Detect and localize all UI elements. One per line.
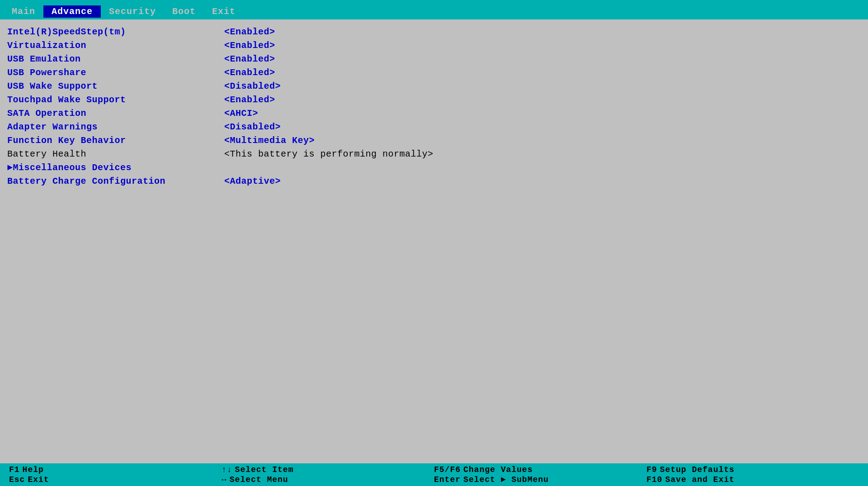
- setting-value: <This battery is performing normally>: [224, 149, 434, 159]
- footer-desc: Change Values: [463, 465, 533, 474]
- setting-row[interactable]: Battery Health<This battery is performin…: [7, 149, 861, 162]
- footer-key: ↑↓: [222, 465, 232, 474]
- footer-key: F1: [9, 465, 20, 474]
- setting-name: Adapter Warnings: [7, 122, 224, 132]
- setting-name: Function Key Behavior: [7, 135, 224, 146]
- footer-col-3: F5/F6Change ValuesEnterSelect ► SubMenu: [434, 465, 646, 484]
- setting-row[interactable]: Function Key Behavior<Multimedia Key>: [7, 135, 861, 148]
- footer-key: F10: [646, 475, 662, 484]
- footer-col-4: F9Setup DefaultsF10Save and Exit: [646, 465, 859, 484]
- footer: F1HelpEscExit↑↓Select Item↔Select MenuF5…: [0, 463, 868, 486]
- footer-row: F5/F6Change Values: [434, 465, 646, 474]
- setting-row[interactable]: Battery Charge Configuration<Adaptive>: [7, 176, 861, 189]
- setting-value: <Adaptive>: [224, 176, 281, 186]
- footer-key: F5/F6: [434, 465, 461, 474]
- footer-desc: Setup Defaults: [660, 465, 735, 474]
- setting-name: Touchpad Wake Support: [7, 95, 224, 105]
- setting-value: <Enabled>: [224, 95, 275, 105]
- menu-item-boot[interactable]: Boot: [164, 5, 204, 18]
- setting-value: <Disabled>: [224, 122, 281, 132]
- menu-item-security[interactable]: Security: [101, 5, 164, 18]
- footer-row: F1Help: [9, 465, 222, 474]
- footer-key: Esc: [9, 475, 25, 484]
- menu-item-main[interactable]: Main: [4, 5, 43, 18]
- setting-value: <Disabled>: [224, 81, 281, 91]
- menu-item-advance[interactable]: Advance: [43, 5, 101, 18]
- setting-value: <Multimedia Key>: [224, 135, 315, 146]
- menu-bar: MainAdvanceSecurityBootExit: [0, 4, 868, 19]
- menu-item-exit[interactable]: Exit: [204, 5, 244, 18]
- footer-col-1: F1HelpEscExit: [9, 465, 222, 484]
- footer-desc: Help: [23, 465, 44, 474]
- setting-name: SATA Operation: [7, 108, 224, 119]
- setting-row[interactable]: USB Wake Support<Disabled>: [7, 81, 861, 94]
- setting-name: USB Emulation: [7, 54, 224, 64]
- title-bar: [0, 0, 868, 4]
- setting-row[interactable]: SATA Operation<AHCI>: [7, 108, 861, 121]
- footer-col-2: ↑↓Select Item↔Select Menu: [222, 465, 434, 484]
- setting-name: Battery Health: [7, 149, 224, 159]
- footer-key: ↔: [222, 475, 227, 484]
- setting-value: <Enabled>: [224, 67, 275, 78]
- setting-name: ►Miscellaneous Devices: [7, 162, 224, 173]
- footer-key: Enter: [434, 475, 461, 484]
- setting-value: <Enabled>: [224, 27, 275, 37]
- footer-desc: Select ► SubMenu: [463, 475, 549, 484]
- footer-row: F10Save and Exit: [646, 475, 859, 484]
- footer-key: F9: [646, 465, 657, 474]
- setting-value: <Enabled>: [224, 54, 275, 64]
- footer-row: ↔Select Menu: [222, 475, 434, 484]
- setting-row[interactable]: Intel(R)SpeedStep(tm)<Enabled>: [7, 27, 861, 39]
- setting-row[interactable]: Touchpad Wake Support<Enabled>: [7, 95, 861, 107]
- footer-row: EnterSelect ► SubMenu: [434, 475, 646, 484]
- footer-desc: Exit: [28, 475, 49, 484]
- footer-row: EscExit: [9, 475, 222, 484]
- footer-desc: Select Item: [235, 465, 294, 474]
- setting-name: USB Powershare: [7, 67, 224, 78]
- content-area: Intel(R)SpeedStep(tm)<Enabled>Virtualiza…: [0, 19, 868, 449]
- setting-name: Virtualization: [7, 40, 224, 51]
- setting-name: USB Wake Support: [7, 81, 224, 91]
- footer-desc: Select Menu: [230, 475, 288, 484]
- footer-row: ↑↓Select Item: [222, 465, 434, 474]
- setting-row[interactable]: Adapter Warnings<Disabled>: [7, 122, 861, 134]
- setting-name: Battery Charge Configuration: [7, 176, 224, 186]
- setting-row[interactable]: ►Miscellaneous Devices: [7, 162, 861, 175]
- footer-row: F9Setup Defaults: [646, 465, 859, 474]
- setting-value: <AHCI>: [224, 108, 258, 119]
- footer-desc: Save and Exit: [665, 475, 734, 484]
- setting-name: Intel(R)SpeedStep(tm): [7, 27, 224, 37]
- setting-row[interactable]: USB Emulation<Enabled>: [7, 54, 861, 67]
- setting-row[interactable]: Virtualization<Enabled>: [7, 40, 861, 53]
- setting-value: <Enabled>: [224, 40, 275, 51]
- setting-row[interactable]: USB Powershare<Enabled>: [7, 67, 861, 80]
